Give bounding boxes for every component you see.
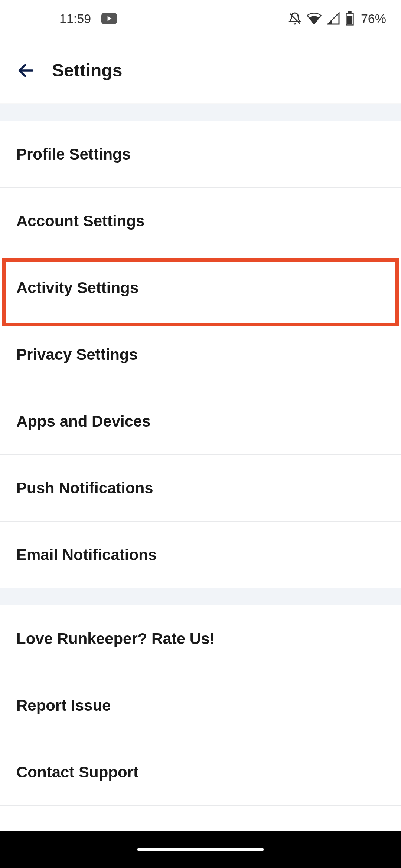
settings-item-activity[interactable]: Activity Settings: [0, 254, 401, 321]
svg-rect-3: [347, 16, 352, 24]
settings-item-contact-support[interactable]: Contact Support: [0, 739, 401, 806]
list-item-label: Privacy Settings: [16, 346, 138, 364]
status-left: 11:59: [15, 11, 117, 26]
status-right: 76%: [288, 11, 386, 26]
settings-item-report-issue[interactable]: Report Issue: [0, 672, 401, 739]
settings-item-email-notifications[interactable]: Email Notifications: [0, 522, 401, 588]
settings-item-account[interactable]: Account Settings: [0, 188, 401, 254]
section-divider: [0, 588, 401, 605]
dnd-icon: [288, 12, 301, 25]
list-item-label: Profile Settings: [16, 145, 131, 163]
list-item-label: Love Runkeeper? Rate Us!: [16, 630, 215, 648]
status-time: 11:59: [59, 11, 91, 26]
settings-item-privacy[interactable]: Privacy Settings: [0, 321, 401, 388]
home-indicator[interactable]: [137, 848, 264, 851]
settings-item-rate-us[interactable]: Love Runkeeper? Rate Us!: [0, 605, 401, 672]
settings-item-profile[interactable]: Profile Settings: [0, 121, 401, 188]
list-item-label: Account Settings: [16, 212, 144, 230]
battery-icon: [345, 11, 354, 26]
section-divider: [0, 104, 401, 121]
list-item-label: Report Issue: [16, 697, 111, 714]
app-bar: Settings: [0, 37, 401, 104]
page-title: Settings: [52, 60, 122, 80]
list-item-label: Contact Support: [16, 763, 138, 781]
settings-item-push-notifications[interactable]: Push Notifications: [0, 455, 401, 522]
battery-percentage: 76%: [361, 11, 386, 26]
list-item-label: Push Notifications: [16, 479, 153, 497]
back-button[interactable]: [15, 59, 37, 82]
youtube-icon: [101, 13, 117, 24]
status-bar: 11:59: [0, 0, 401, 37]
list-item-label: Apps and Devices: [16, 412, 151, 430]
list-item-label: Activity Settings: [16, 279, 138, 297]
settings-item-apps-devices[interactable]: Apps and Devices: [0, 388, 401, 455]
wifi-icon: [307, 12, 322, 25]
signal-icon: [327, 12, 340, 25]
navigation-bar: [0, 831, 401, 868]
list-item-label: Email Notifications: [16, 546, 157, 564]
